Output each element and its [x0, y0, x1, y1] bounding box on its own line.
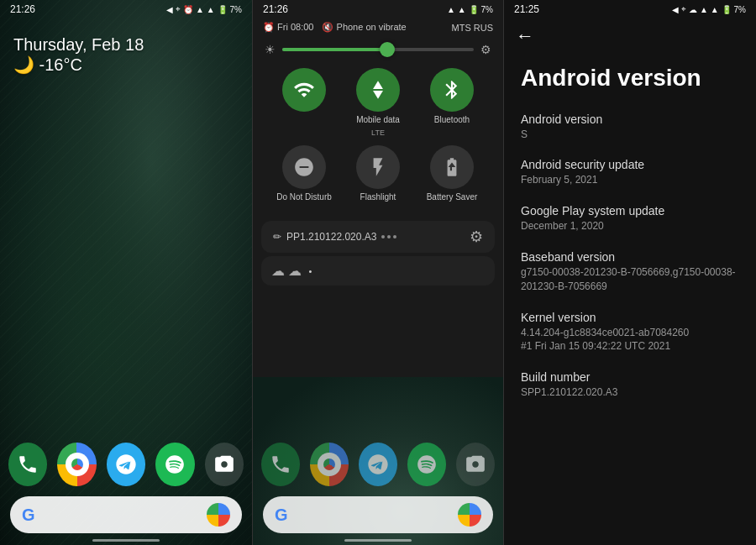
dock-camera[interactable]	[205, 443, 244, 486]
home-time: 21:26	[10, 3, 35, 15]
battery-saver-tile-icon	[430, 145, 474, 189]
dock-telegram[interactable]	[107, 443, 145, 486]
pencil-icon: ✏	[273, 231, 281, 243]
about-item-build: Build number SPP1.210122.020.A3	[521, 370, 739, 400]
shade-dock-telegram[interactable]	[359, 443, 397, 486]
tile-battery-saver[interactable]: Battery Saver	[419, 145, 485, 202]
about-item-kernel: Kernel version 4.14.204-g1c8834ce0021-ab…	[521, 311, 739, 354]
mobile-data-tile-icon	[356, 68, 400, 112]
home-status-icons: ◀ ⌖ ⏰ ▲ ▲ 🔋 7%	[166, 4, 242, 14]
tile-bluetooth[interactable]: Bluetooth	[419, 68, 485, 137]
about-value-build: SPP1.210122.020.A3	[521, 385, 739, 400]
home-dock	[0, 434, 252, 495]
shade-search-bar[interactable]: G	[263, 496, 493, 533]
tile-wifi[interactable]	[271, 68, 337, 137]
home-gesture-bar	[92, 539, 160, 542]
edit-dots	[381, 235, 396, 238]
home-search-bar[interactable]: G	[10, 496, 242, 533]
dnd-tile-icon	[282, 145, 326, 189]
dock-chrome[interactable]	[57, 443, 96, 486]
about-label-kernel: Kernel version	[521, 311, 739, 324]
weather-icon: 🌙	[13, 55, 34, 74]
shade-dock-spotify[interactable]	[407, 443, 446, 486]
brightness-row: ☀ ⚙	[253, 38, 503, 61]
shade-header: ⏰ Fri 08:00 🔇 Phone on vibrate MTS RUS	[253, 18, 503, 38]
shade-status-icons: ▲ ▲ 🔋 7%	[447, 5, 493, 14]
about-label-baseband: Baseband version	[521, 250, 739, 264]
brightness-icon: ☀	[265, 43, 276, 56]
home-status-bar: 21:26 ◀ ⌖ ⏰ ▲ ▲ 🔋 7%	[0, 0, 252, 18]
location-icon: ⌖	[176, 4, 181, 14]
shade-signal-icon: ▲	[447, 5, 455, 14]
about-items-list: Android version S Android security updat…	[504, 113, 756, 400]
about-label-android-version: Android version	[521, 113, 739, 126]
dnd-tile-label: Do Not Disturb	[276, 192, 332, 202]
home-screen-panel: 21:26 ◀ ⌖ ⏰ ▲ ▲ 🔋 7% Thursday, Feb 18 🌙 …	[0, 0, 252, 545]
tile-flashlight[interactable]: Flashlight	[345, 145, 411, 202]
shade-vibrate-label: 🔇 Phone on vibrate	[322, 22, 406, 33]
battery-icon: 🔋 7%	[218, 5, 242, 14]
shade-build-label: PP1.210122.020.A3	[286, 231, 376, 243]
tile-dnd[interactable]: Do Not Disturb	[271, 145, 337, 202]
about-value-play-system: December 1, 2020	[521, 219, 739, 233]
quick-tiles-row-2: Do Not Disturb Flashlight Battery Saver	[261, 145, 495, 202]
flashlight-tile-label: Flashlight	[360, 192, 396, 202]
quick-tiles-row-1: Mobile data LTE Bluetooth	[261, 68, 495, 137]
about-back-button[interactable]: ←	[504, 18, 756, 54]
bluetooth-tile-label: Bluetooth	[434, 115, 470, 125]
about-page-title: Android version	[504, 54, 756, 113]
about-item-baseband: Baseband version g7150-00038-201230-B-70…	[521, 250, 739, 294]
shade-carrier: MTS RUS	[452, 23, 494, 33]
notification-icon: ☁ ☁	[271, 263, 302, 279]
about-label-play-system: Google Play system update	[521, 204, 739, 217]
home-date: Thursday, Feb 18	[13, 35, 239, 55]
shade-dock	[253, 434, 503, 495]
wifi-icon: ▲	[207, 5, 215, 14]
about-item-play-system: Google Play system update December 1, 20…	[521, 204, 739, 233]
about-item-android-version: Android version S	[521, 113, 739, 142]
wifi-tile-icon	[282, 68, 326, 112]
brightness-thumb	[380, 42, 395, 57]
shade-edit-row: ✏ PP1.210122.020.A3 ⚙	[261, 221, 495, 253]
shade-time: 21:26	[263, 3, 288, 15]
signal-icon: ▲	[196, 5, 204, 14]
shade-settings-icon[interactable]: ⚙	[470, 228, 483, 246]
brightness-slider[interactable]	[282, 48, 474, 51]
bluetooth-tile-icon	[430, 68, 474, 112]
about-status-icons: ◀ ⌖ ☁ ▲ ▲ 🔋 7%	[672, 4, 746, 14]
shade-alarm-time: ⏰ Fri 08:00	[263, 22, 313, 33]
shade-google-logo: G	[275, 506, 288, 525]
about-item-security-update: Android security update February 5, 2021	[521, 158, 739, 187]
shade-dock-camera[interactable]	[456, 443, 495, 486]
shade-edit-left: ✏ PP1.210122.020.A3	[273, 231, 396, 243]
shade-notification-item: ☁ ☁ •	[261, 256, 495, 286]
dock-spotify[interactable]	[155, 443, 194, 486]
notification-text: •	[308, 266, 312, 276]
shade-assistant-icon	[458, 503, 481, 527]
about-value-baseband: g7150-00038-201230-B-7056669,g7150-00038…	[521, 265, 739, 294]
tile-mobile-data[interactable]: Mobile data LTE	[345, 68, 411, 137]
shade-dock-chrome[interactable]	[310, 443, 349, 486]
flashlight-tile-icon	[356, 145, 400, 189]
shade-status-bar: 21:26 ▲ ▲ 🔋 7%	[253, 0, 503, 18]
nav-icon: ◀	[166, 5, 173, 14]
google-logo: G	[22, 506, 35, 525]
mobile-data-tile-label: Mobile data	[356, 115, 400, 125]
about-label-security-update: Android security update	[521, 158, 739, 171]
home-date-area: Thursday, Feb 18 🌙 -16°C	[0, 18, 252, 83]
dock-phone[interactable]	[8, 443, 47, 486]
brightness-fill	[282, 48, 387, 51]
alarm-icon: ⏰	[183, 5, 193, 14]
about-status-bar: 21:25 ◀ ⌖ ☁ ▲ ▲ 🔋 7%	[504, 0, 756, 18]
shade-dock-phone[interactable]	[261, 443, 300, 486]
home-temperature: 🌙 -16°C	[13, 55, 239, 75]
about-value-android-version: S	[521, 128, 739, 142]
mobile-data-tile-sublabel: LTE	[371, 128, 385, 137]
about-value-kernel: 4.14.204-g1c8834ce0021-ab7084260 #1 Fri …	[521, 326, 739, 354]
about-signal-icon: ▲	[700, 5, 708, 14]
about-battery-icon: 🔋 7%	[722, 5, 746, 14]
assistant-icon	[207, 503, 230, 527]
shade-battery-icon: 🔋 7%	[469, 5, 493, 14]
quick-tiles-container: Mobile data LTE Bluetooth Do Not Disturb	[253, 61, 503, 217]
about-panel: 21:25 ◀ ⌖ ☁ ▲ ▲ 🔋 7% ← Android version A…	[504, 0, 756, 545]
